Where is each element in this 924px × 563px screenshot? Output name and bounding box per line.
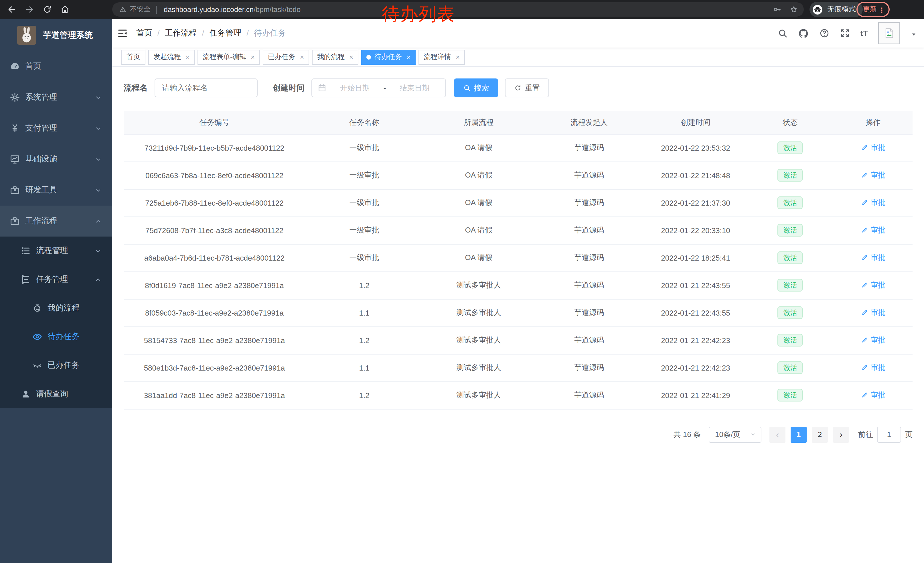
approve-link[interactable]: 审批 xyxy=(861,363,885,373)
close-icon[interactable]: × xyxy=(251,53,255,61)
update-label[interactable]: 更新 xyxy=(863,5,877,14)
calendar-icon xyxy=(318,84,326,92)
col-task-name: 任务名称 xyxy=(305,111,423,134)
search-button[interactable]: 搜索 xyxy=(454,78,498,98)
approve-link[interactable]: 审批 xyxy=(861,390,885,400)
font-size-icon[interactable] xyxy=(861,29,868,38)
logo-avatar xyxy=(17,26,36,44)
approve-link[interactable]: 审批 xyxy=(861,252,885,263)
tab-首页[interactable]: 首页 xyxy=(122,50,146,65)
page-1-button[interactable]: 1 xyxy=(790,426,807,443)
sidebar-item-首页[interactable]: 首页 xyxy=(0,51,112,82)
sidebar-item-label: 系统管理 xyxy=(25,92,57,102)
search-icon[interactable] xyxy=(777,28,788,38)
prev-page-button[interactable] xyxy=(770,426,786,443)
breadcrumb-task-mgmt[interactable]: 任务管理 xyxy=(202,28,242,38)
sidebar-item-待办任务[interactable]: 待办任务 xyxy=(0,323,112,351)
app-logo[interactable]: 芋道管理系统 xyxy=(0,19,112,51)
approve-link[interactable]: 审批 xyxy=(861,280,885,290)
col-actions: 操作 xyxy=(834,111,912,134)
col-status: 状态 xyxy=(747,111,834,134)
password-key-icon[interactable] xyxy=(773,5,782,14)
chevron-down-icon xyxy=(94,125,102,132)
close-icon[interactable]: × xyxy=(456,53,460,61)
filter-form: 流程名 创建时间 开始日期 - 结束日期 搜索 xyxy=(124,78,912,98)
sidebar-item-流程管理[interactable]: 流程管理 xyxy=(0,237,112,265)
close-icon[interactable]: × xyxy=(300,53,304,61)
end-date-placeholder[interactable]: 结束日期 xyxy=(389,83,440,93)
address-bar[interactable]: 不安全 dashboard.yudao.iocoder.cn /bpm/task… xyxy=(112,2,804,17)
browser-reload-icon[interactable] xyxy=(42,5,52,14)
next-page-button[interactable] xyxy=(833,426,849,443)
browser-menu-icon[interactable] xyxy=(878,4,885,15)
start-date-placeholder[interactable]: 开始日期 xyxy=(330,83,380,93)
tab-已办任务[interactable]: 已办任务 × xyxy=(263,50,309,65)
edit-pencil-icon xyxy=(861,392,868,399)
close-icon[interactable]: × xyxy=(186,53,189,61)
table-row: 8f0d1619-7ac8-11ec-a9e2-a2380e71991a 1.2… xyxy=(124,272,912,299)
approve-link[interactable]: 审批 xyxy=(861,198,885,208)
status-badge: 激活 xyxy=(778,389,803,401)
approve-link[interactable]: 审批 xyxy=(861,225,885,236)
task-name-cell: 1.2 xyxy=(305,381,423,409)
sidebar-item-支付管理[interactable]: 支付管理 xyxy=(0,113,112,144)
process-name-label: 流程名 xyxy=(124,83,148,93)
approve-link[interactable]: 审批 xyxy=(861,335,885,345)
table-row: 069c6a63-7b8a-11ec-8ef0-acde48001122 一级审… xyxy=(124,162,912,189)
sidebar-item-任务管理[interactable]: 任务管理 xyxy=(0,265,112,294)
pagination-total: 共 16 条 xyxy=(674,429,701,440)
process-cell: 测试多审批人 xyxy=(423,272,534,299)
page-2-button[interactable]: 2 xyxy=(812,426,828,443)
create-time-label: 创建时间 xyxy=(273,83,304,93)
security-label[interactable]: 不安全 xyxy=(130,5,151,14)
process-cell: OA 请假 xyxy=(423,134,534,162)
github-icon[interactable] xyxy=(798,28,809,39)
date-range-picker[interactable]: 开始日期 - 结束日期 xyxy=(311,78,446,98)
page-size-select[interactable]: 10条/页 xyxy=(709,426,761,443)
close-icon[interactable]: × xyxy=(406,53,411,61)
reset-button[interactable]: 重置 xyxy=(505,78,549,98)
sidebar-item-基础设施[interactable]: 基础设施 xyxy=(0,144,112,175)
browser-forward-icon[interactable] xyxy=(25,5,34,14)
breadcrumb-home[interactable]: 首页 xyxy=(136,28,152,38)
fullscreen-icon[interactable] xyxy=(840,28,850,38)
bookmark-star-icon[interactable] xyxy=(789,5,798,14)
tab-我的流程[interactable]: 我的流程 × xyxy=(312,50,358,65)
process-name-input[interactable] xyxy=(154,78,258,98)
create-time-cell: 2022-01-22 18:25:41 xyxy=(644,244,747,272)
browser-update-button[interactable]: 更新 xyxy=(856,2,890,17)
sidebar-item-系统管理[interactable]: 系统管理 xyxy=(0,82,112,113)
process-name-input-field[interactable] xyxy=(162,79,250,97)
tab-流程表单-编辑[interactable]: 流程表单-编辑 × xyxy=(198,50,260,65)
approve-link[interactable]: 审批 xyxy=(861,143,885,153)
tab-发起流程[interactable]: 发起流程 × xyxy=(148,50,195,65)
sidebar-item-请假查询[interactable]: 请假查询 xyxy=(0,380,112,408)
top-navbar: 首页 工作流程 任务管理 待办任务 xyxy=(112,19,924,48)
sidebar-item-研发工具[interactable]: 研发工具 xyxy=(0,175,112,206)
browser-home-icon[interactable] xyxy=(60,5,70,14)
starter-cell: 芋道源码 xyxy=(534,381,644,409)
user-avatar[interactable] xyxy=(878,23,900,44)
approve-link[interactable]: 审批 xyxy=(861,170,885,180)
browser-back-icon[interactable] xyxy=(7,5,16,14)
breadcrumb-workflow[interactable]: 工作流程 xyxy=(158,28,197,38)
sidebar-item-已办任务[interactable]: 已办任务 xyxy=(0,351,112,380)
table-row: 381aa1dd-7ac8-11ec-a9e2-a2380e71991a 1.2… xyxy=(124,381,912,409)
task-name-cell: 一级审批 xyxy=(305,189,423,216)
help-icon[interactable] xyxy=(819,28,830,38)
search-button-icon xyxy=(463,84,471,92)
approve-link[interactable]: 审批 xyxy=(861,308,885,318)
task-name-cell: 一级审批 xyxy=(305,244,423,272)
browser-toolbar: 不安全 dashboard.yudao.iocoder.cn /bpm/task… xyxy=(0,0,924,19)
status-badge: 激活 xyxy=(778,197,803,209)
tab-待办任务[interactable]: 待办任务 × xyxy=(361,50,416,65)
tasks-table: 任务编号 任务名称 所属流程 流程发起人 创建时间 状态 操作 73211d9d… xyxy=(124,111,912,409)
tab-流程详情[interactable]: 流程详情 × xyxy=(418,50,465,65)
close-icon[interactable]: × xyxy=(349,53,353,61)
sidebar-item-工作流程[interactable]: 工作流程 xyxy=(0,206,112,237)
goto-page-input[interactable] xyxy=(877,426,901,443)
process-cell: 测试多审批人 xyxy=(423,326,534,354)
caret-down-icon[interactable] xyxy=(910,30,917,37)
sidebar-item-我的流程[interactable]: 我的流程 xyxy=(0,294,112,323)
sidebar-fold-icon[interactable] xyxy=(117,27,128,39)
